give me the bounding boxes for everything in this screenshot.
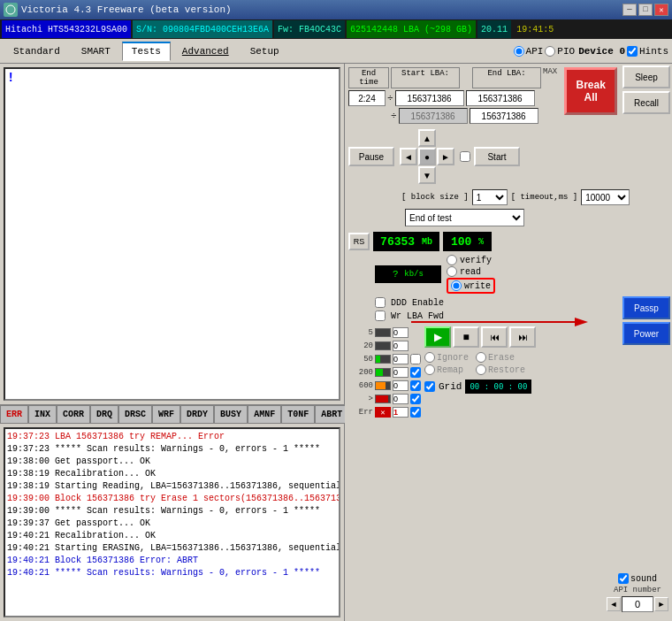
ddd-enable-label: DDD Enable	[391, 298, 444, 308]
direction-pad: ▲ ◄ ● ► ▼	[400, 129, 454, 184]
bar-600-checkbox[interactable]	[410, 380, 421, 391]
log-line: 19:39:00 Block 156371386 try Erase 1 sec…	[7, 493, 337, 505]
status-tab-corr[interactable]: CORR	[57, 405, 90, 424]
bar-600-count[interactable]	[393, 380, 409, 391]
status-tabs-bar: ERR INX CORR DRQ DRSC WRF DRDY BUSY AMNF…	[0, 404, 344, 424]
write-label: write	[464, 281, 491, 291]
remap-radio[interactable]	[424, 364, 435, 375]
status-tab-drsc[interactable]: DRSC	[118, 405, 152, 424]
pause-button[interactable]: Pause	[348, 147, 394, 166]
status-tab-abrt[interactable]: ABRT	[315, 405, 348, 424]
bar-50-count[interactable]	[393, 354, 409, 364]
sleep-button[interactable]: Sleep	[622, 65, 670, 88]
top-controls: End time Start LBA: End LBA: MAX ÷ ÷	[348, 67, 668, 124]
start-button[interactable]: Start	[474, 147, 520, 166]
status-tab-drdy[interactable]: DRDY	[180, 405, 214, 424]
write-radio-item[interactable]: write	[447, 278, 495, 294]
minimize-button[interactable]: ─	[622, 4, 637, 16]
dir-left[interactable]: ◄	[400, 148, 417, 165]
end-time-input[interactable]	[348, 90, 386, 106]
remap-option: Remap	[424, 364, 469, 375]
titlebar-title: Victoria 4.3 Freeware (beta version)	[21, 4, 232, 15]
ignore-radio[interactable]	[424, 352, 435, 363]
bar-gt-count[interactable]	[393, 394, 409, 404]
bar-gt-checkbox[interactable]	[410, 394, 421, 404]
tab-setup[interactable]: Setup	[241, 42, 289, 61]
ddd-enable-checkbox[interactable]	[375, 297, 386, 308]
dir-checkbox[interactable]	[460, 151, 470, 162]
tab-tests[interactable]: Tests	[122, 42, 171, 61]
transport-stop[interactable]: ■	[453, 326, 479, 348]
restore-radio[interactable]	[476, 364, 486, 375]
api-number-label: API number	[614, 586, 661, 594]
status-tab-t0nf[interactable]: T0NF	[281, 405, 315, 424]
sound-checkbox[interactable]	[618, 573, 629, 584]
break-all-button[interactable]: BreakAll	[564, 67, 617, 115]
status-tab-drq[interactable]: DRQ	[90, 405, 118, 424]
write-radio[interactable]	[451, 280, 462, 291]
status-tab-wrf[interactable]: WRF	[152, 405, 180, 424]
api-number-input[interactable]	[622, 596, 653, 612]
bar-err-count[interactable]	[393, 407, 409, 418]
end-lba-input[interactable]	[466, 90, 535, 106]
rs-button[interactable]: RS	[348, 233, 370, 250]
maximize-button[interactable]: □	[638, 4, 653, 16]
restore-option: Restore	[476, 364, 525, 375]
close-button[interactable]: ✕	[654, 4, 668, 16]
bar-err-checkbox[interactable]	[410, 407, 421, 418]
dir-right[interactable]: ►	[437, 148, 454, 165]
status-tab-amnf[interactable]: AMNF	[248, 405, 281, 424]
bar-err: Err ✕	[348, 406, 421, 418]
verify-radio-item: verify	[447, 255, 495, 265]
recall-button[interactable]: Recall	[622, 91, 670, 114]
api-radio[interactable]	[514, 46, 524, 57]
tab-advanced[interactable]: Advanced	[172, 42, 239, 61]
dir-center[interactable]: ●	[418, 148, 436, 165]
bar-50-checkbox[interactable]	[410, 354, 421, 364]
api-radio-group[interactable]: API PIO	[514, 46, 576, 57]
test-visualization-area: !	[4, 67, 340, 401]
bar-200-count[interactable]	[393, 367, 409, 378]
side-buttons: Sleep Recall Passp Power	[622, 65, 670, 345]
api-decrement[interactable]: ◄	[607, 597, 621, 611]
verify-radio[interactable]	[447, 255, 457, 265]
end-lba-input2[interactable]	[470, 108, 538, 124]
log-line: 19:40:21 ***** Scan results: Warnings - …	[7, 567, 337, 579]
tab-standard[interactable]: Standard	[4, 42, 70, 61]
eot-row: End of test Ignore errors Stop on error	[348, 209, 668, 226]
bar-20-count[interactable]	[393, 341, 409, 351]
bar-200-checkbox[interactable]	[410, 367, 421, 378]
read-radio[interactable]	[447, 266, 457, 277]
wr-lba-checkbox[interactable]	[375, 310, 386, 321]
status-tab-inx[interactable]: INX	[28, 405, 57, 424]
dir-up[interactable]: ▲	[418, 129, 436, 147]
read-label: read	[460, 267, 481, 277]
transport-next[interactable]: ⏭	[509, 326, 536, 348]
ddd-row: DDD Enable	[348, 297, 668, 308]
firmware-version: Fw: FB4OC43C	[274, 20, 345, 38]
dir-down[interactable]: ▼	[418, 166, 436, 184]
current-time: 19:41:5	[513, 20, 557, 38]
hints-checkbox[interactable]	[627, 46, 638, 57]
pio-radio[interactable]	[545, 46, 555, 57]
kbs-row: ? kb/s verify read write	[348, 255, 668, 294]
transport-play[interactable]: ▶	[424, 326, 451, 348]
wr-lba-row: Wr LBA Fwd	[348, 310, 668, 321]
passp-button[interactable]: Passp	[622, 296, 670, 319]
api-increment[interactable]: ►	[654, 597, 668, 611]
log-line: 19:40:21 Block 156371386 Error: ABRT	[7, 555, 337, 567]
lba-row2: ÷	[348, 108, 557, 124]
status-tab-busy[interactable]: BUSY	[214, 405, 248, 424]
bar-5-count[interactable]	[393, 327, 409, 338]
status-tab-err[interactable]: ERR	[0, 405, 28, 424]
end-of-test-select[interactable]: End of test Ignore errors Stop on error	[405, 209, 524, 226]
transport-prev[interactable]: ⏮	[481, 326, 508, 348]
erase-radio[interactable]	[476, 352, 486, 363]
start-lba-input[interactable]	[395, 90, 464, 106]
bar-5-container	[375, 328, 391, 337]
block-size-select[interactable]: 1248	[472, 189, 508, 205]
power-button[interactable]: Power	[622, 322, 670, 345]
tab-smart[interactable]: SMART	[72, 42, 120, 61]
grid-checkbox[interactable]	[424, 381, 435, 392]
sound-label: sound	[630, 574, 657, 584]
